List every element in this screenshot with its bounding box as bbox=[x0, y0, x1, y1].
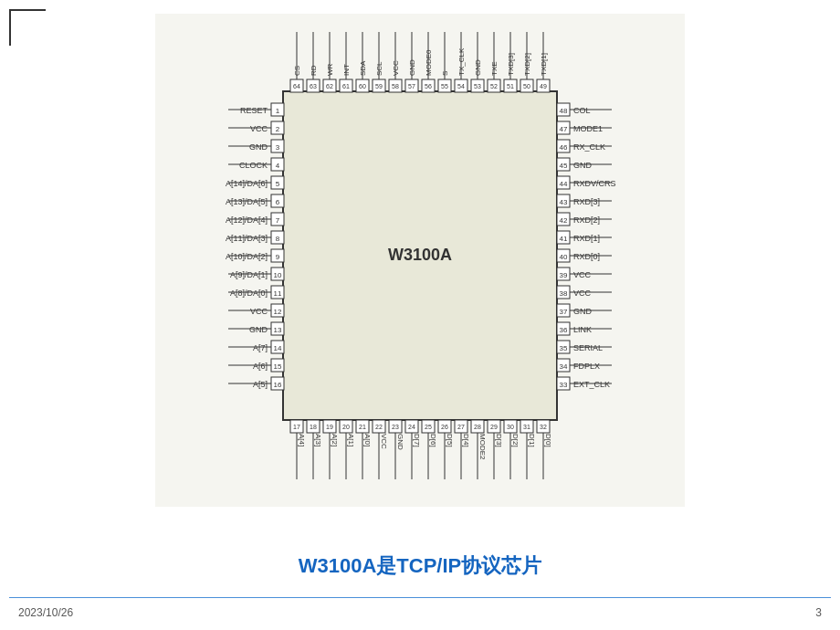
svg-text:62: 62 bbox=[326, 83, 333, 89]
svg-text:13: 13 bbox=[274, 326, 282, 334]
svg-text:33: 33 bbox=[560, 381, 568, 389]
svg-text:A[9]/DA[1]: A[9]/DA[1] bbox=[230, 270, 268, 279]
svg-text:RXDV/CRS: RXDV/CRS bbox=[573, 179, 616, 188]
svg-text:32: 32 bbox=[540, 424, 547, 430]
svg-text:41: 41 bbox=[560, 235, 568, 243]
svg-text:VCC: VCC bbox=[250, 307, 268, 316]
svg-text:D[0]: D[0] bbox=[544, 434, 552, 447]
svg-text:A[7]: A[7] bbox=[253, 343, 268, 352]
svg-text:CLOCK: CLOCK bbox=[239, 161, 268, 170]
svg-text:16: 16 bbox=[274, 381, 282, 389]
svg-text:D[3]: D[3] bbox=[495, 434, 503, 447]
svg-text:A[10]/DA[2]: A[10]/DA[2] bbox=[226, 252, 268, 261]
svg-text:21: 21 bbox=[359, 424, 366, 430]
svg-text:43: 43 bbox=[560, 198, 568, 206]
slide-date: 2023/10/26 bbox=[18, 606, 73, 619]
svg-text:A[13]/DA[5]: A[13]/DA[5] bbox=[226, 197, 268, 206]
svg-text:40: 40 bbox=[560, 253, 568, 261]
svg-text:GND: GND bbox=[573, 307, 593, 316]
svg-text:20: 20 bbox=[342, 424, 350, 430]
svg-text:A[11]/DA[3]: A[11]/DA[3] bbox=[226, 234, 268, 243]
svg-text:TX_CLK: TX_CLK bbox=[457, 47, 466, 76]
svg-text:5: 5 bbox=[276, 180, 280, 188]
svg-text:D[6]: D[6] bbox=[429, 434, 437, 447]
svg-text:22: 22 bbox=[375, 424, 383, 430]
svg-text:LINK: LINK bbox=[573, 325, 592, 334]
svg-text:GND: GND bbox=[249, 325, 268, 334]
svg-text:SERIAL: SERIAL bbox=[573, 343, 603, 352]
svg-text:MODE1: MODE1 bbox=[573, 124, 603, 133]
bottom-divider bbox=[9, 597, 831, 599]
svg-text:A[14]/DA[6]: A[14]/DA[6] bbox=[226, 179, 268, 188]
svg-text:59: 59 bbox=[375, 83, 383, 89]
svg-text:D[2]: D[2] bbox=[511, 434, 520, 447]
svg-text:D[1]: D[1] bbox=[528, 434, 536, 447]
svg-text:56: 56 bbox=[425, 83, 432, 89]
slide-page: 3 bbox=[815, 606, 822, 619]
svg-text:63: 63 bbox=[310, 83, 317, 89]
svg-text:RXD[3]: RXD[3] bbox=[573, 197, 600, 206]
svg-text:18: 18 bbox=[310, 424, 317, 430]
svg-text:D[5]: D[5] bbox=[446, 434, 454, 447]
svg-text:26: 26 bbox=[441, 424, 448, 430]
svg-text:36: 36 bbox=[560, 326, 568, 334]
svg-text:12: 12 bbox=[274, 308, 282, 316]
svg-text:A[6]: A[6] bbox=[253, 362, 268, 371]
svg-text:A[0]: A[0] bbox=[363, 434, 372, 446]
svg-text:VCC: VCC bbox=[392, 60, 400, 76]
svg-text:8: 8 bbox=[276, 235, 280, 243]
svg-text:VCC: VCC bbox=[380, 434, 388, 449]
svg-text:14: 14 bbox=[274, 344, 282, 352]
svg-text:VCC: VCC bbox=[573, 289, 592, 298]
svg-text:30: 30 bbox=[507, 424, 514, 430]
svg-text:48: 48 bbox=[560, 107, 568, 115]
svg-text:A[4]: A[4] bbox=[298, 434, 306, 446]
svg-text:WR: WR bbox=[326, 63, 334, 76]
svg-text:S: S bbox=[441, 71, 449, 76]
svg-text:TXD[3]: TXD[3] bbox=[507, 53, 515, 76]
svg-text:RXD[0]: RXD[0] bbox=[573, 252, 600, 261]
svg-text:27: 27 bbox=[457, 424, 465, 430]
svg-text:17: 17 bbox=[293, 424, 300, 430]
svg-text:GND: GND bbox=[396, 434, 404, 450]
svg-text:GND: GND bbox=[474, 59, 482, 76]
chip-diagram: W3100A 1 RESET 2 VCC 3 GND 4 CLOCK 5 A[1… bbox=[155, 14, 685, 507]
svg-text:10: 10 bbox=[274, 271, 282, 279]
corner-decoration bbox=[9, 9, 46, 46]
svg-text:RXD[1]: RXD[1] bbox=[573, 234, 600, 243]
svg-text:35: 35 bbox=[560, 344, 568, 352]
svg-text:46: 46 bbox=[560, 143, 568, 152]
svg-text:7: 7 bbox=[276, 216, 280, 225]
svg-text:FDPLX: FDPLX bbox=[573, 362, 600, 371]
svg-text:28: 28 bbox=[474, 424, 481, 430]
svg-text:60: 60 bbox=[359, 83, 366, 89]
slide-title: W3100A是TCP/IP协议芯片 bbox=[299, 554, 542, 577]
svg-text:A[1]: A[1] bbox=[347, 434, 355, 446]
svg-text:15: 15 bbox=[274, 362, 282, 371]
svg-text:31: 31 bbox=[523, 424, 530, 430]
svg-text:44: 44 bbox=[560, 180, 568, 188]
svg-text:61: 61 bbox=[342, 83, 350, 89]
svg-text:51: 51 bbox=[507, 83, 514, 89]
svg-text:MODE2: MODE2 bbox=[478, 434, 487, 460]
slide-footer: 2023/10/26 3 bbox=[18, 606, 822, 619]
svg-text:54: 54 bbox=[457, 83, 465, 89]
svg-text:39: 39 bbox=[560, 271, 568, 279]
svg-text:VCC: VCC bbox=[573, 270, 592, 279]
svg-text:55: 55 bbox=[441, 83, 448, 89]
svg-text:EXT_CLK: EXT_CLK bbox=[573, 380, 610, 389]
svg-text:MODE0: MODE0 bbox=[425, 49, 433, 76]
svg-text:11: 11 bbox=[274, 289, 282, 298]
svg-text:1: 1 bbox=[276, 107, 280, 115]
svg-text:37: 37 bbox=[560, 308, 568, 316]
svg-text:52: 52 bbox=[490, 83, 498, 89]
svg-text:A[5]: A[5] bbox=[253, 380, 268, 389]
svg-text:25: 25 bbox=[425, 424, 432, 430]
svg-text:64: 64 bbox=[293, 83, 300, 89]
svg-text:2: 2 bbox=[276, 125, 280, 133]
svg-text:RESET: RESET bbox=[240, 106, 268, 115]
svg-text:VCC: VCC bbox=[250, 124, 268, 133]
svg-text:TXD[2]: TXD[2] bbox=[523, 53, 531, 76]
svg-text:3: 3 bbox=[276, 143, 280, 152]
svg-text:6: 6 bbox=[276, 198, 280, 206]
